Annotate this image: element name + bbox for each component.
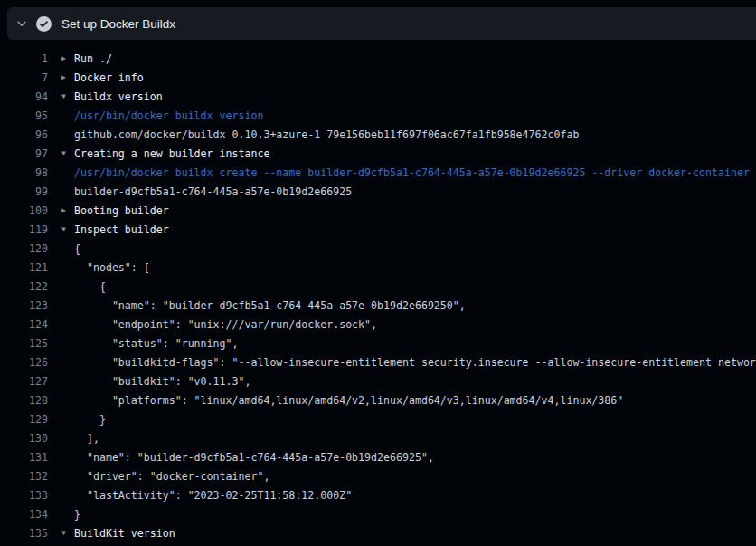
- log-line-text: Creating a new builder instance: [74, 147, 269, 160]
- log-line-text: Docker info: [74, 71, 144, 84]
- line-number[interactable]: 119: [0, 223, 48, 236]
- group-triangle-icon: ▶: [61, 49, 74, 68]
- log-line-text: Inspect builder: [74, 223, 169, 236]
- log-group-line[interactable]: 100 ▶ Booting builder: [0, 201, 756, 220]
- log-line-text: Buildx version: [74, 90, 163, 103]
- line-number[interactable]: 7: [0, 71, 48, 84]
- log-line: 126 "buildkitd-flags": "--allow-insecure…: [0, 353, 756, 372]
- log-line-text: "platforms": "linux/amd64,linux/amd64/v2…: [74, 394, 623, 407]
- line-number[interactable]: 134: [0, 508, 48, 521]
- line-number[interactable]: 126: [0, 356, 48, 369]
- line-number[interactable]: 96: [0, 128, 48, 141]
- line-number[interactable]: 99: [0, 185, 48, 198]
- log-line: 122 {: [0, 277, 756, 296]
- group-triangle-icon: ▼: [61, 144, 74, 163]
- log-group-line[interactable]: 119 ▼ Inspect builder: [0, 220, 756, 239]
- log-line-text: Run ./: [74, 52, 112, 65]
- log-line-text: "buildkitd-flags": "--allow-insecure-ent…: [74, 356, 756, 369]
- line-number[interactable]: 128: [0, 394, 48, 407]
- log-line: 133 "lastActivity": "2023-02-25T11:58:12…: [0, 485, 756, 504]
- log-line-text: Booting builder: [74, 204, 169, 217]
- group-triangle-icon: ▶: [61, 201, 74, 220]
- log-line-text: {: [74, 280, 106, 293]
- line-number[interactable]: 97: [0, 147, 48, 160]
- log-line: 121 "nodes": [: [0, 258, 756, 277]
- log-line: 123 "name": "builder-d9cfb5a1-c764-445a-…: [0, 296, 756, 315]
- log-line: 95 /usr/bin/docker buildx version: [0, 106, 756, 125]
- log-line-text: "driver": "docker-container",: [74, 470, 269, 483]
- log-line: 124 "endpoint": "unix:///var/run/docker.…: [0, 315, 756, 334]
- log-line: 128 "platforms": "linux/amd64,linux/amd6…: [0, 391, 756, 410]
- log-line-text: {: [74, 242, 80, 255]
- line-number[interactable]: 122: [0, 280, 48, 293]
- line-number[interactable]: 130: [0, 432, 48, 445]
- log-line-text: "endpoint": "unix:///var/run/docker.sock…: [74, 318, 377, 331]
- line-number[interactable]: 95: [0, 109, 48, 122]
- log-line-text: BuildKit version: [74, 527, 175, 540]
- log-group-line[interactable]: 1 ▶ Run ./: [0, 49, 756, 68]
- log-line: 129 }: [0, 410, 756, 428]
- log-line: 136 builder-d9cfb5a1-c764-445a-a57e-0b19…: [0, 542, 756, 546]
- line-number[interactable]: 100: [0, 204, 48, 217]
- log-line-text: }: [74, 508, 80, 521]
- log-line: 96 github.com/docker/buildx 0.10.3+azure…: [0, 125, 756, 144]
- log-line: 131 "name": "builder-d9cfb5a1-c764-445a-…: [0, 447, 756, 466]
- log-line-text: "nodes": [: [74, 261, 150, 274]
- log-line-text: /usr/bin/docker buildx version: [74, 109, 263, 122]
- log-group-line[interactable]: 97 ▼ Creating a new builder instance: [0, 144, 756, 163]
- log-line-text: ],: [74, 432, 99, 445]
- check-circle-icon: [36, 16, 60, 32]
- chevron-down-icon[interactable]: [7, 17, 36, 30]
- line-number[interactable]: 94: [0, 90, 48, 103]
- line-number[interactable]: 98: [0, 166, 48, 179]
- line-number[interactable]: 132: [0, 470, 48, 483]
- log-line-text: "buildkit": "v0.11.3",: [74, 375, 250, 388]
- group-triangle-icon: ▼: [61, 220, 74, 239]
- log-line-text: "status": "running",: [74, 337, 238, 350]
- line-number[interactable]: 120: [0, 242, 48, 255]
- log-group-line[interactable]: 135 ▼ BuildKit version: [0, 523, 756, 542]
- log-line-text: }: [74, 413, 106, 426]
- log-line: 134 }: [0, 504, 756, 523]
- log-line-text: "lastActivity": "2023-02-25T11:58:12.000…: [74, 489, 352, 502]
- log-line: 130 ],: [0, 428, 756, 447]
- group-triangle-icon: ▼: [61, 87, 74, 106]
- log-line: 99 builder-d9cfb5a1-c764-445a-a57e-0b19d…: [0, 182, 756, 201]
- log-group-line[interactable]: 7 ▶ Docker info: [0, 68, 756, 87]
- log-line-text: github.com/docker/buildx 0.10.3+azure-1 …: [74, 128, 579, 141]
- line-number[interactable]: 125: [0, 337, 48, 350]
- log-line-text: "name": "builder-d9cfb5a1-c764-445a-a57e…: [74, 299, 466, 312]
- line-number[interactable]: 131: [0, 451, 48, 464]
- line-number[interactable]: 133: [0, 489, 48, 502]
- log-line: 132 "driver": "docker-container",: [0, 466, 756, 485]
- line-number[interactable]: 127: [0, 375, 48, 388]
- step-title: Set up Docker Buildx: [61, 17, 175, 31]
- line-number[interactable]: 135: [0, 527, 48, 540]
- log-line-text: "name": "builder-d9cfb5a1-c764-445a-a57e…: [74, 451, 434, 464]
- log-line: 120 {: [0, 239, 756, 258]
- line-number[interactable]: 121: [0, 261, 48, 274]
- line-number[interactable]: 129: [0, 413, 48, 426]
- log-line: 125 "status": "running",: [0, 334, 756, 353]
- step-header-row[interactable]: Set up Docker Buildx: [7, 7, 756, 40]
- log-line-text: /usr/bin/docker buildx create --name bui…: [74, 166, 750, 179]
- line-number[interactable]: 123: [0, 299, 48, 312]
- group-triangle-icon: ▶: [61, 68, 74, 87]
- log-line: 127 "buildkit": "v0.11.3",: [0, 372, 756, 391]
- line-number[interactable]: 124: [0, 318, 48, 331]
- log-line-text: builder-d9cfb5a1-c764-445a-a57e-0b19d2e6…: [74, 185, 352, 198]
- log-group-line[interactable]: 94 ▼ Buildx version: [0, 87, 756, 106]
- log-viewer[interactable]: 1 ▶ Run ./ 7 ▶ Docker info 94 ▼ Buildx v…: [0, 40, 756, 546]
- log-line: 98 /usr/bin/docker buildx create --name …: [0, 163, 756, 182]
- group-triangle-icon: ▼: [61, 523, 74, 542]
- line-number[interactable]: 1: [0, 52, 48, 65]
